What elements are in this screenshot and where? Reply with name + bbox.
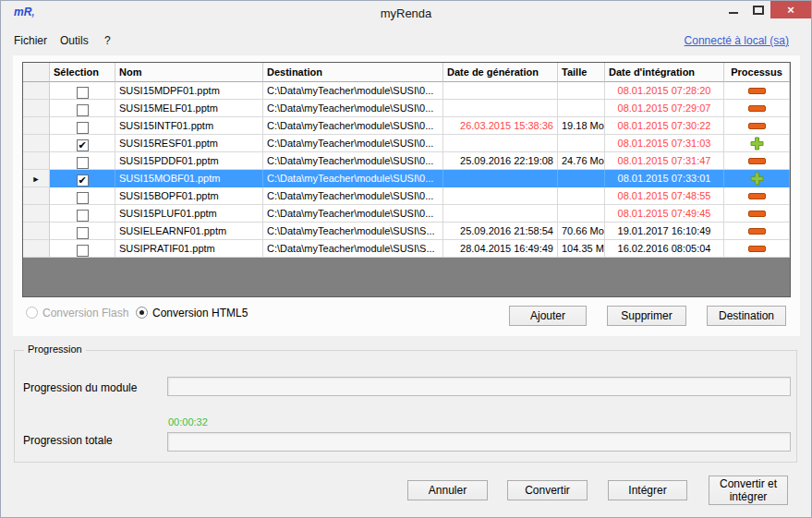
row-header-cell[interactable]: ► (23, 170, 50, 187)
cell-processus (724, 187, 790, 205)
cell-nom: SUSIPRATIF01.pptm (115, 240, 263, 258)
cell-date-integration: 08.01.2015 07:28:20 (605, 82, 724, 100)
cell-date-generation: 25.09.2016 21:58:54 (443, 223, 558, 240)
ajouter-button[interactable]: Ajouter (509, 306, 587, 326)
table-row[interactable]: SUSI15INTF01.pptmC:\Data\myTeacher\modul… (23, 117, 790, 135)
cell-date-integration: 08.01.2015 07:29:07 (605, 100, 724, 117)
cell-nom: SUSI15RESF01.pptm (115, 135, 263, 152)
supprimer-button[interactable]: Supprimer (607, 306, 686, 326)
conversion-flash-option: Conversion Flash (26, 307, 128, 319)
cell-processus (724, 223, 790, 240)
app-window: mR, myRenda × Fichier Outils ? Connecté … (0, 0, 812, 518)
connection-status-link[interactable]: Connecté à local (sa) (685, 34, 789, 47)
column-header-dest[interactable]: Destination (263, 63, 443, 82)
menu-bar: Fichier Outils ? Connecté à local (sa) (1, 29, 811, 53)
maximize-button[interactable] (747, 1, 770, 18)
cell-nom: SUSI15MOBF01.pptm (115, 170, 263, 187)
total-progress-bar (167, 432, 791, 452)
conversion-html5-radio[interactable] (136, 307, 148, 319)
column-header-taille[interactable]: Taille (558, 63, 605, 82)
cell-nom: SUSI15MDPF01.pptm (115, 82, 263, 100)
cell-date-integration: 08.01.2015 07:31:03 (605, 135, 724, 152)
table-row[interactable]: ✔SUSI15RESF01.pptmC:\Data\myTeacher\modu… (23, 135, 790, 152)
selection-checkbox[interactable]: ✔ (77, 175, 89, 187)
row-header-cell[interactable] (23, 152, 50, 170)
menu-fichier[interactable]: Fichier (14, 34, 47, 47)
column-header-proc[interactable]: Processus (724, 63, 790, 82)
conversion-html5-option[interactable]: Conversion HTML5 (136, 307, 248, 319)
cell-destination: C:\Data\myTeacher\module\SUSI\0... (263, 205, 443, 223)
cell-date-generation (443, 205, 558, 223)
row-header-cell[interactable] (23, 82, 50, 100)
cell-processus (724, 170, 790, 187)
orange-minus-icon (748, 105, 766, 112)
cell-date-generation (443, 135, 558, 152)
row-header-cell[interactable] (23, 100, 50, 117)
close-button[interactable]: × (770, 1, 811, 18)
cell-selection: ✔ (50, 170, 115, 187)
cell-selection (50, 82, 115, 100)
cell-nom: SUSI15INTF01.pptm (115, 117, 263, 135)
minimize-icon (729, 12, 738, 14)
table-row[interactable]: SUSI15BOPF01.pptmC:\Data\myTeacher\modul… (23, 187, 790, 205)
selection-checkbox[interactable] (77, 157, 89, 169)
cell-taille (558, 82, 605, 100)
column-header-dgen[interactable]: Date de génération (443, 63, 558, 82)
selection-checkbox[interactable] (77, 210, 89, 222)
cell-destination: C:\Data\myTeacher\module\SUSI\S... (263, 240, 443, 258)
orange-minus-icon (748, 123, 766, 129)
row-header-cell[interactable] (23, 187, 50, 205)
menu-outils[interactable]: Outils (60, 34, 89, 47)
selection-checkbox[interactable] (77, 245, 89, 257)
selection-checkbox[interactable] (77, 87, 89, 99)
orange-minus-icon (748, 228, 766, 235)
row-header-cell[interactable] (23, 223, 50, 240)
annuler-button[interactable]: Annuler (407, 480, 488, 500)
cell-destination: C:\Data\myTeacher\module\SUSI\0... (263, 117, 443, 135)
table-row[interactable]: SUSI15MDPF01.pptmC:\Data\myTeacher\modul… (23, 82, 790, 100)
row-header-cell[interactable] (23, 205, 50, 223)
cell-date-generation (443, 170, 558, 187)
row-header-cell[interactable] (23, 240, 50, 258)
convertir-button[interactable]: Convertir (507, 480, 588, 500)
cell-date-generation (443, 82, 558, 100)
conversion-flash-label: Conversion Flash (42, 307, 128, 319)
menu-help[interactable]: ? (104, 34, 111, 47)
cell-processus (724, 82, 790, 100)
column-header-dint[interactable]: Date d'intégration (605, 63, 724, 82)
convertir-et-integrer-button[interactable]: Convertir et intégrer (709, 476, 788, 505)
table-row[interactable]: SUSIELEARNF01.pptmC:\Data\myTeacher\modu… (23, 223, 790, 240)
conversion-flash-radio (26, 307, 38, 319)
integrer-button[interactable]: Intégrer (608, 480, 687, 500)
cell-taille: 24.76 Mo (558, 152, 605, 170)
row-header-cell[interactable] (23, 117, 50, 135)
table-row[interactable]: SUSIPRATIF01.pptmC:\Data\myTeacher\modul… (23, 240, 790, 258)
cell-destination: C:\Data\myTeacher\module\SUSI\0... (263, 135, 443, 152)
selection-checkbox[interactable]: ✔ (77, 139, 89, 151)
cell-selection (50, 152, 115, 170)
cell-date-generation: 28.04.2015 16:49:49 (443, 240, 558, 258)
destination-button[interactable]: Destination (707, 306, 786, 326)
cell-date-generation: 25.09.2016 22:19:08 (443, 152, 558, 170)
selection-checkbox[interactable] (77, 104, 89, 116)
table-row[interactable]: SUSI15PDDF01.pptmC:\Data\myTeacher\modul… (23, 152, 790, 170)
selection-checkbox[interactable] (77, 122, 89, 134)
cell-destination: C:\Data\myTeacher\module\SUSI\0... (263, 152, 443, 170)
selection-checkbox[interactable] (77, 227, 89, 239)
table-header-row: SélectionNomDestinationDate de génératio… (23, 63, 790, 82)
orange-minus-icon (748, 246, 766, 252)
cell-processus (724, 100, 790, 117)
table-row[interactable]: SUSI15PLUF01.pptmC:\Data\myTeacher\modul… (23, 205, 790, 223)
selection-checkbox[interactable] (77, 192, 89, 204)
table-row[interactable]: ►✔SUSI15MOBF01.pptmC:\Data\myTeacher\mod… (23, 170, 790, 187)
minimize-button[interactable] (722, 1, 745, 18)
table-row[interactable]: SUSI15MELF01.pptmC:\Data\myTeacher\modul… (23, 100, 790, 117)
cell-date-integration: 19.01.2017 16:10:49 (605, 223, 724, 240)
maximize-icon (753, 6, 764, 15)
cell-date-integration: 08.01.2015 07:49:45 (605, 205, 724, 223)
conversion-html5-label: Conversion HTML5 (152, 307, 248, 319)
row-header-cell[interactable] (23, 135, 50, 152)
column-header-sel[interactable]: Sélection (50, 63, 115, 82)
cell-date-integration: 08.01.2015 07:31:47 (605, 152, 724, 170)
column-header-nom[interactable]: Nom (115, 63, 263, 82)
